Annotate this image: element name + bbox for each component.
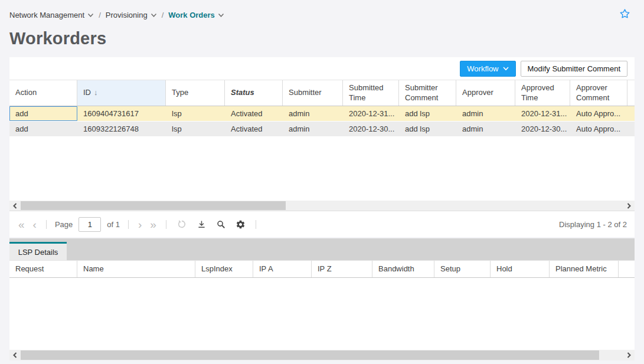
column-header-request[interactable]: Request [9, 261, 77, 277]
table-row[interactable]: add 1609322126748 lsp Activated admin 20… [9, 122, 635, 137]
favorite-star-icon[interactable] [619, 8, 631, 22]
column-header-hold[interactable]: Hold [491, 261, 550, 277]
toolbar-separator [46, 220, 47, 229]
column-header-setup[interactable]: Setup [434, 261, 491, 277]
cell-type[interactable]: lsp [166, 122, 225, 136]
grid-empty-area [9, 137, 635, 201]
horizontal-scrollbar [9, 201, 635, 211]
column-header-name[interactable]: Name [77, 261, 195, 277]
scroll-left-icon[interactable] [9, 350, 21, 360]
column-header-ip-z[interactable]: IP Z [312, 261, 372, 277]
first-page-icon[interactable]: « [17, 219, 26, 230]
cell-approver[interactable]: admin [456, 122, 515, 136]
breadcrumb-separator: / [99, 11, 101, 19]
column-header-action[interactable]: Action [9, 80, 77, 106]
column-header-id[interactable]: ID ↓ [77, 80, 166, 106]
toolbar-separator [256, 220, 256, 229]
cell-submitted-time[interactable]: 2020-12-31... [343, 106, 399, 121]
column-header-submitter-comment[interactable]: Submitter Comment [399, 80, 456, 106]
scrollbar-track[interactable] [21, 350, 623, 360]
modify-button-label: Modify Submitter Comment [528, 64, 621, 73]
cell-submitter[interactable]: admin [283, 122, 343, 136]
page-title: Workorders [0, 23, 644, 57]
breadcrumb: Network Management / Provisioning / Work… [0, 0, 644, 23]
cell-submitter[interactable]: admin [283, 106, 343, 121]
column-header-filler [627, 80, 639, 106]
column-header-ip-a[interactable]: IP A [253, 261, 312, 277]
column-header-bandwidth[interactable]: Bandwidth [372, 261, 434, 277]
lsp-details-panel: Request Name LspIndex IP A IP Z Bandwidt… [9, 260, 635, 360]
details-tab-strip: LSP Details [9, 238, 635, 260]
download-icon[interactable] [195, 219, 208, 229]
workflow-button-label: Workflow [467, 64, 498, 73]
breadcrumb-separator: / [162, 11, 164, 19]
cell-type[interactable]: lsp [166, 106, 225, 121]
column-header-approver-comment[interactable]: Approver Comment [570, 80, 627, 106]
column-header-approver[interactable]: Approver [456, 80, 515, 106]
column-header-approved-time[interactable]: Approved Time [515, 80, 570, 106]
workorders-grid-panel: Workflow Modify Submitter Comment Action… [9, 57, 635, 237]
column-header-lspindex[interactable]: LspIndex [195, 261, 253, 277]
displaying-status: Displaying 1 - 2 of 2 [559, 220, 627, 229]
chevron-down-icon [151, 13, 157, 18]
scrollbar-track[interactable] [21, 201, 623, 211]
breadcrumb-item-network-management[interactable]: Network Management [9, 11, 94, 19]
breadcrumb-item-work-orders[interactable]: Work Orders [168, 11, 224, 19]
page-label: Page [55, 220, 73, 229]
scrollbar-thumb[interactable] [21, 350, 599, 360]
lsp-header-row: Request Name LspIndex IP A IP Z Bandwidt… [9, 260, 635, 278]
page-number-input[interactable] [79, 217, 101, 232]
column-header-filler [619, 261, 635, 277]
horizontal-scrollbar [9, 350, 635, 360]
workorders-header-row: Action ID ↓ Type Status Submitter Submit… [9, 80, 635, 106]
breadcrumb-item-provisioning[interactable]: Provisioning [106, 11, 157, 19]
toolbar-separator [166, 220, 166, 229]
breadcrumb-label: Work Orders [168, 11, 215, 19]
cell-approver-comment[interactable]: Auto Appro... [570, 122, 627, 136]
column-header-planned-metric[interactable]: Planned Metric [550, 261, 619, 277]
scroll-right-icon[interactable] [623, 201, 635, 211]
cell-approved-time[interactable]: 2020-12-30... [515, 122, 570, 136]
cell-action[interactable]: add [9, 106, 77, 121]
scroll-right-icon[interactable] [623, 350, 635, 360]
table-row[interactable]: add 1609404731617 lsp Activated admin 20… [9, 106, 635, 122]
column-header-submitted-time[interactable]: Submitted Time [343, 80, 399, 106]
last-page-icon[interactable]: » [149, 219, 158, 230]
chevron-down-icon [218, 13, 224, 18]
page-of-label: of 1 [107, 220, 120, 229]
sort-desc-icon: ↓ [94, 88, 98, 97]
breadcrumb-label: Network Management [9, 11, 84, 19]
refresh-icon[interactable] [175, 219, 189, 229]
cell-approver-comment[interactable]: Auto Appro... [570, 106, 627, 121]
cell-submitted-time[interactable]: 2020-12-30... [343, 122, 399, 136]
cell-action[interactable]: add [9, 122, 77, 136]
tab-label: LSP Details [18, 248, 58, 257]
modify-submitter-comment-button[interactable]: Modify Submitter Comment [521, 61, 628, 77]
workflow-button[interactable]: Workflow [460, 61, 515, 77]
search-icon[interactable] [214, 219, 228, 229]
column-header-type[interactable]: Type [166, 80, 225, 106]
lsp-grid-empty-area [9, 278, 635, 350]
scroll-left-icon[interactable] [9, 201, 21, 211]
column-header-status[interactable]: Status [225, 80, 283, 106]
cell-id[interactable]: 1609322126748 [77, 122, 166, 136]
paging-toolbar: « ‹ Page of 1 › » Displaying 1 - 2 of 2 [9, 211, 635, 237]
tab-lsp-details[interactable]: LSP Details [9, 242, 67, 260]
cell-approved-time[interactable]: 2020-12-31... [515, 106, 570, 121]
chevron-down-icon [503, 67, 509, 71]
cell-id[interactable]: 1609404731617 [77, 106, 166, 121]
cell-submitter-comment[interactable]: add lsp [399, 106, 456, 121]
cell-approver[interactable]: admin [456, 106, 515, 121]
scrollbar-thumb[interactable] [21, 201, 286, 210]
grid-toolbar: Workflow Modify Submitter Comment [9, 57, 635, 80]
settings-gear-icon[interactable] [234, 219, 247, 229]
prev-page-icon[interactable]: ‹ [32, 219, 38, 230]
next-page-icon[interactable]: › [137, 219, 143, 230]
column-header-submitter[interactable]: Submitter [283, 80, 343, 106]
chevron-down-icon [87, 13, 94, 18]
breadcrumb-label: Provisioning [106, 11, 148, 19]
toolbar-separator [128, 220, 129, 229]
cell-submitter-comment[interactable]: add lsp [399, 122, 456, 136]
cell-status[interactable]: Activated [225, 106, 283, 121]
cell-status[interactable]: Activated [225, 122, 283, 136]
